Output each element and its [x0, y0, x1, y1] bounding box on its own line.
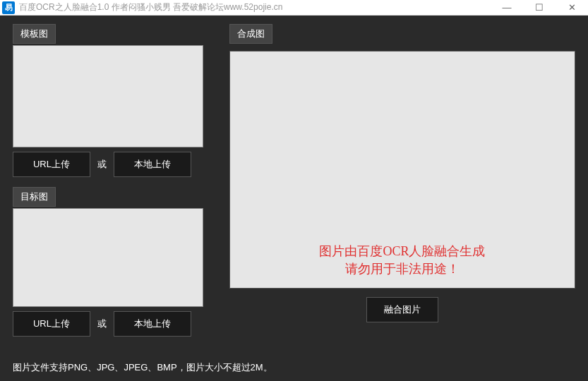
- left-column: 模板图 URL上传 或 本地上传 目标图 URL上传 或 本地上传: [13, 24, 216, 337]
- template-label: 模板图: [13, 24, 56, 44]
- watermark-line2: 请勿用于非法用途！: [230, 260, 575, 278]
- right-column: 合成图 图片由百度OCR人脸融合生成 请勿用于非法用途！ 融合图片: [229, 24, 575, 322]
- result-image-box: 图片由百度OCR人脸融合生成 请勿用于非法用途！: [230, 52, 575, 288]
- minimize-button[interactable]: —: [491, 0, 523, 16]
- window-controls: — ☐ ✕: [491, 0, 588, 16]
- template-upload-row: URL上传 或 本地上传: [13, 152, 216, 177]
- watermark-line1: 图片由百度OCR人脸融合生成: [230, 243, 575, 260]
- app-body: 模板图 URL上传 或 本地上传 目标图 URL上传 或 本地上传 合成图 图片…: [0, 16, 588, 381]
- template-section: 模板图 URL上传 或 本地上传: [13, 24, 216, 177]
- result-label: 合成图: [229, 24, 272, 44]
- close-button[interactable]: ✕: [556, 0, 588, 16]
- target-or-text: 或: [97, 318, 107, 330]
- target-image-box[interactable]: [13, 208, 203, 307]
- titlebar: 易 百度OCR之人脸融合1.0 作者闷骚小贱男 吾爱破解论坛www.52poji…: [0, 0, 588, 16]
- template-local-upload-button[interactable]: 本地上传: [114, 152, 191, 177]
- template-or-text: 或: [97, 158, 107, 171]
- result-wrap: 图片由百度OCR人脸融合生成 请勿用于非法用途！: [229, 51, 575, 289]
- target-url-upload-button[interactable]: URL上传: [13, 311, 90, 337]
- template-image-box[interactable]: [13, 45, 203, 147]
- target-label: 目标图: [13, 187, 56, 207]
- footer-text: 图片文件支持PNG、JPG、JPEG、BMP，图片大小不超过2M。: [13, 361, 272, 374]
- fuse-button[interactable]: 融合图片: [366, 297, 438, 322]
- target-section: 目标图 URL上传 或 本地上传: [13, 187, 216, 337]
- target-local-upload-button[interactable]: 本地上传: [114, 311, 191, 337]
- maximize-button[interactable]: ☐: [523, 0, 556, 16]
- window-title: 百度OCR之人脸融合1.0 作者闷骚小贱男 吾爱破解论坛www.52pojie.…: [19, 1, 491, 13]
- template-url-upload-button[interactable]: URL上传: [13, 152, 90, 177]
- target-upload-row: URL上传 或 本地上传: [13, 311, 216, 337]
- app-icon: 易: [2, 1, 15, 14]
- result-watermark: 图片由百度OCR人脸融合生成 请勿用于非法用途！: [230, 243, 575, 278]
- fuse-row: 融合图片: [229, 297, 575, 322]
